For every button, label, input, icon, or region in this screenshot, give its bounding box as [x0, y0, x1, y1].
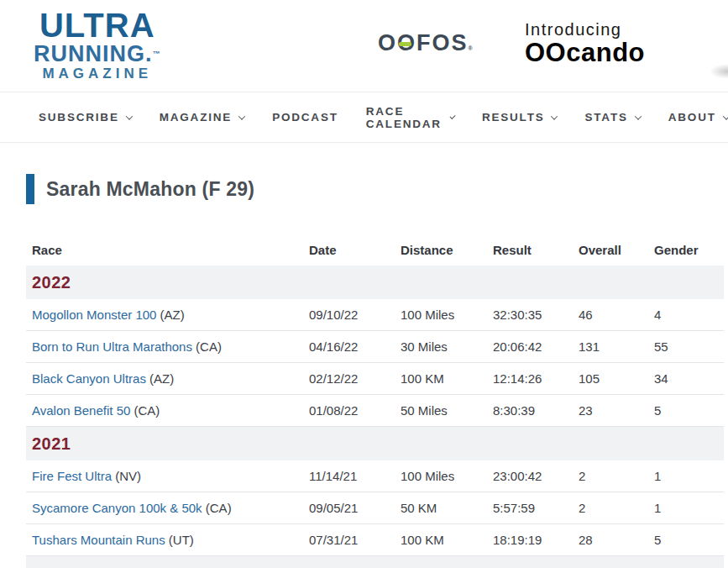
distance-cell: 100 Miles [401, 469, 493, 483]
nav-item-label: PODCAST [272, 111, 338, 124]
overall-cell: 46 [579, 308, 654, 322]
overall-cell: 23 [579, 403, 654, 418]
race-cell: Avalon Benefit 50 (CA) [26, 403, 309, 418]
next-year-band-partial [26, 556, 724, 568]
nav-item[interactable]: MAGAZINE [160, 111, 244, 124]
result-cell: 12:14:26 [493, 371, 579, 386]
race-cell: Sycamore Canyon 100k & 50k (CA) [26, 501, 309, 515]
race-link[interactable]: Avalon Benefit 50 [32, 403, 130, 418]
race-link[interactable]: Sycamore Canyon 100k & 50k [32, 501, 202, 515]
overall-cell: 2 [579, 501, 654, 515]
race-state: (UT) [169, 533, 194, 547]
race-state: (CA) [206, 501, 232, 515]
race-cell: Tushars Mountain Runs (UT) [26, 533, 309, 547]
gender-cell: 5 [654, 403, 724, 418]
race-link[interactable]: Fire Fest Ultra [32, 469, 112, 483]
logo-word-running: RUNNING.™ [34, 42, 161, 66]
overall-cell: 131 [579, 339, 654, 354]
ad-text: Introducing OOcando [525, 20, 645, 67]
oofos-logo: OOFOS® [378, 30, 473, 56]
race-cell: Born to Run Ultra Marathons (CA) [26, 339, 309, 354]
ad-intro-text: Introducing [525, 20, 645, 39]
nav-item-label: SUBSCRIBE [39, 111, 119, 124]
race-state: (CA) [134, 403, 160, 418]
race-state: (AZ) [160, 308, 185, 322]
chevron-down-icon [551, 113, 558, 119]
gender-cell: 1 [654, 469, 724, 483]
ad-product-name: OOcando [525, 39, 645, 67]
date-cell: 01/08/22 [309, 403, 401, 418]
nav-item-label: STATS [584, 111, 627, 124]
nav-item[interactable]: SUBSCRIBE [39, 111, 132, 124]
race-cell: Black Canyon Ultras (AZ) [26, 371, 309, 386]
table-row: Fire Fest Ultra (NV) 11/14/21 100 Miles … [26, 460, 724, 492]
oofos-ad-banner[interactable]: OOFOS® Introducing OOcando [369, 0, 728, 92]
result-cell: 18:19:19 [493, 533, 579, 547]
column-header: Result [493, 243, 579, 257]
overall-cell: 28 [579, 533, 654, 547]
results-table: RaceDateDistanceResultOverallGender 2022… [26, 204, 724, 568]
race-link[interactable]: Black Canyon Ultras [32, 371, 146, 386]
column-header: Overall [579, 243, 654, 257]
distance-cell: 50 Miles [401, 403, 493, 418]
nav-item-label: RACE CALENDAR [366, 105, 443, 130]
column-header: Distance [401, 243, 493, 257]
title-accent-bar [26, 174, 34, 204]
race-cell: Mogollon Monster 100 (AZ) [26, 308, 309, 322]
gender-cell: 5 [654, 533, 724, 547]
table-row: Tushars Mountain Runs (UT) 07/31/21 100 … [26, 524, 724, 556]
nav-item-label: ABOUT [668, 111, 716, 124]
date-cell: 09/10/22 [309, 308, 401, 322]
nav-item[interactable]: RACE CALENDAR [366, 105, 454, 130]
chevron-down-icon [722, 113, 728, 119]
distance-cell: 100 KM [401, 371, 493, 386]
table-header-row: RaceDateDistanceResultOverallGender [26, 234, 724, 266]
overall-cell: 2 [579, 469, 654, 483]
main-content: Sarah McMahon (F 29) RaceDateDistanceRes… [0, 174, 728, 568]
trademark-symbol: ™ [153, 50, 161, 58]
logo-word-magazine: MAGAZINE [34, 66, 161, 82]
result-cell: 32:30:35 [493, 308, 579, 322]
year-label: 2022 [32, 273, 71, 292]
result-cell: 5:57:59 [493, 501, 579, 515]
distance-cell: 50 KM [401, 501, 493, 515]
race-link[interactable]: Tushars Mountain Runs [32, 533, 165, 547]
column-header: Date [309, 243, 401, 257]
race-state: (AZ) [149, 371, 174, 386]
ad-edge-artifact [710, 64, 728, 79]
distance-cell: 100 KM [401, 533, 493, 547]
table-row: Mogollon Monster 100 (AZ) 09/10/22 100 M… [26, 299, 724, 331]
race-link[interactable]: Born to Run Ultra Marathons [32, 339, 192, 354]
year-section-band: 2021 [26, 427, 724, 460]
result-cell: 8:30:39 [493, 403, 579, 418]
logo-word-ultra: ULTRA [34, 8, 161, 42]
date-cell: 02/12/22 [309, 371, 401, 386]
gender-cell: 1 [654, 501, 724, 515]
nav-item[interactable]: ABOUT [668, 111, 728, 124]
registered-symbol: ® [469, 45, 473, 51]
table-row: Black Canyon Ultras (AZ) 02/12/22 100 KM… [26, 363, 724, 395]
table-row: Sycamore Canyon 100k & 50k (CA) 09/05/21… [26, 492, 724, 524]
race-link[interactable]: Mogollon Monster 100 [32, 308, 156, 322]
date-cell: 11/14/21 [309, 469, 401, 483]
race-state: (CA) [196, 339, 222, 354]
chevron-down-icon [449, 113, 455, 118]
chevron-down-icon [634, 113, 641, 119]
nav-item[interactable]: STATS [584, 111, 640, 124]
page-header: Sarah McMahon (F 29) [26, 174, 728, 204]
gender-cell: 55 [654, 339, 724, 354]
page-title: Sarah McMahon (F 29) [46, 178, 254, 201]
nav-item[interactable]: RESULTS [482, 111, 558, 124]
site-header: ULTRA RUNNING.™ MAGAZINE OOFOS® Introduc… [0, 0, 728, 92]
race-cell: Fire Fest Ultra (NV) [26, 469, 309, 483]
column-header: Race [26, 243, 309, 257]
ultrarunning-magazine-logo[interactable]: ULTRA RUNNING.™ MAGAZINE [34, 8, 161, 83]
chevron-down-icon [238, 113, 245, 119]
gender-cell: 34 [654, 371, 724, 386]
date-cell: 07/31/21 [309, 533, 401, 547]
chevron-down-icon [125, 113, 132, 119]
nav-item[interactable]: PODCAST [272, 111, 338, 124]
column-header: Gender [654, 243, 724, 257]
nav-item-label: MAGAZINE [160, 111, 232, 124]
main-nav: SUBSCRIBE MAGAZINE PODCAST RACE CALENDAR… [0, 92, 728, 143]
